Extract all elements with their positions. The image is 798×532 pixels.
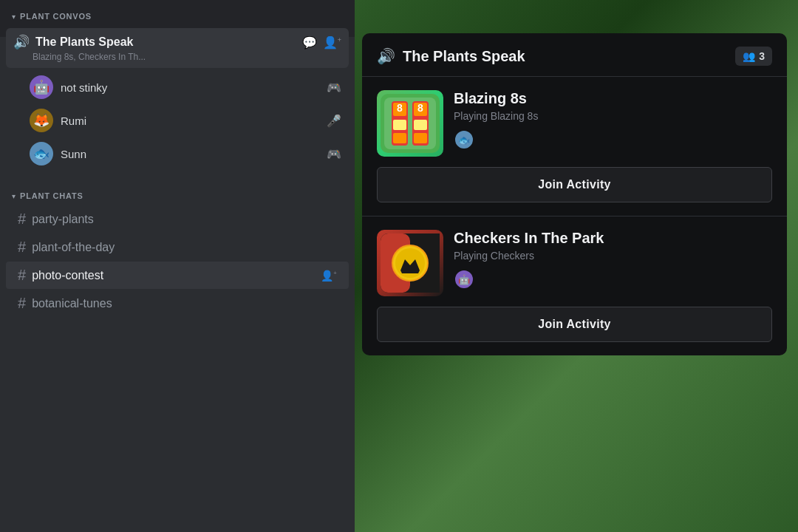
popup-header: 🔊 The Plants Speak 👥 3 xyxy=(362,33,787,77)
hash-icon-photo-contest: # xyxy=(18,267,26,284)
svg-text:8: 8 xyxy=(397,102,403,114)
mute-icon-rumi: 🎤 xyxy=(327,114,341,128)
sidebar: ▾ PLANT CONVOS 🔊 The Plants Speak 💬 👤+ B… xyxy=(0,0,355,532)
hash-icon-party-plants: # xyxy=(18,211,26,228)
svg-text:8: 8 xyxy=(417,102,423,114)
chevron-down-icon-chats: ▾ xyxy=(12,192,16,200)
blazing8s-game-name: Blazing 8s xyxy=(454,90,772,107)
speaker-icon: 🔊 xyxy=(13,34,30,50)
svg-rect-8 xyxy=(393,133,406,143)
chevron-down-icon: ▾ xyxy=(12,13,16,21)
hash-icon-botanical-tunes: # xyxy=(18,295,26,312)
channel-name-party-plants: party-plants xyxy=(32,213,337,226)
channel-name-plant-of-day: plant-of-the-day xyxy=(32,241,337,254)
svg-rect-6 xyxy=(393,120,406,130)
blazing8s-thumbnail: 8 8 xyxy=(377,90,443,157)
player-avatar-not-stinky: 🤖 xyxy=(454,269,474,290)
avatar-not-stinky: 🤖 xyxy=(30,75,53,99)
player-avatar-sunn: 🐟 xyxy=(454,129,474,150)
activity-info-blazing8s: 8 8 Blazing 8s Playing Blazing 8s 🐟 xyxy=(377,90,772,157)
gamepad-icon-sunn: 🎮 xyxy=(327,147,341,161)
svg-rect-9 xyxy=(414,133,427,143)
gamepad-icon-not-stinky: 🎮 xyxy=(327,81,341,95)
activity-card-blazing8s: 8 8 Blazing 8s Playing Blazing 8s 🐟 Join… xyxy=(362,77,787,216)
channel-plant-of-the-day[interactable]: # plant-of-the-day xyxy=(6,233,349,261)
chat-icon[interactable]: 💬 xyxy=(302,35,317,50)
channel-name-botanical-tunes: botanical-tunes xyxy=(32,297,337,310)
add-member-icon[interactable]: 👤+ xyxy=(323,35,341,50)
join-activity-checkers-button[interactable]: Join Activity xyxy=(377,307,772,342)
right-panel: 🔊 The Plants Speak 👥 3 xyxy=(355,0,798,532)
members-badge: 👥 3 xyxy=(735,47,772,66)
voice-member-rumi: 🦊 Rumi 🎤 xyxy=(6,104,349,137)
channel-party-plants[interactable]: # party-plants xyxy=(6,205,349,233)
voice-channel-subtitle: Blazing 8s, Checkers In Th... xyxy=(33,52,341,62)
svg-marker-18 xyxy=(400,270,420,273)
voice-channel-item[interactable]: 🔊 The Plants Speak 💬 👤+ Blazing 8s, Chec… xyxy=(6,28,349,68)
members-icon: 👥 xyxy=(743,50,755,62)
channel-botanical-tunes[interactable]: # botanical-tunes xyxy=(6,290,349,317)
join-activity-blazing8s-button[interactable]: Join Activity xyxy=(377,167,772,202)
hash-icon-plant-of-day: # xyxy=(18,239,26,256)
checkers-thumbnail xyxy=(377,230,443,296)
blazing8s-players: 🐟 xyxy=(454,129,772,150)
voice-member-sunn: 🐟 Sunn 🎮 xyxy=(6,137,349,170)
checkers-game-name: Checkers In The Park xyxy=(454,230,772,247)
add-user-icon-photo-contest[interactable]: 👤+ xyxy=(321,270,337,282)
member-count: 3 xyxy=(759,50,765,62)
svg-rect-7 xyxy=(414,120,427,130)
plant-chats-section-header[interactable]: ▾ PLANT CHATS xyxy=(0,180,355,205)
popup-title: The Plants Speak xyxy=(403,48,728,65)
avatar-rumi: 🦊 xyxy=(30,109,53,132)
voice-member-not-stinky: 🤖 not stinky 🎮 xyxy=(6,71,349,103)
avatar-sunn: 🐟 xyxy=(30,142,53,166)
activity-popup: 🔊 The Plants Speak 👥 3 xyxy=(362,33,787,355)
checkers-details: Checkers In The Park Playing Checkers 🤖 xyxy=(454,230,772,290)
checkers-players: 🤖 xyxy=(454,269,772,290)
channel-photo-contest[interactable]: # photo-contest 👤+ xyxy=(6,262,349,289)
checkers-status: Playing Checkers xyxy=(454,250,772,262)
plant-convos-section-header[interactable]: ▾ PLANT CONVOS xyxy=(0,0,355,25)
channel-name-photo-contest: photo-contest xyxy=(32,269,315,282)
blazing8s-details: Blazing 8s Playing Blazing 8s 🐟 xyxy=(454,90,772,150)
voice-channel-name: The Plants Speak xyxy=(35,35,296,49)
popup-speaker-icon: 🔊 xyxy=(377,47,395,65)
blazing8s-status: Playing Blazing 8s xyxy=(454,110,772,122)
activity-card-checkers: Checkers In The Park Playing Checkers 🤖 … xyxy=(362,216,787,355)
member-name-sunn: Sunn xyxy=(61,148,319,160)
plant-convos-label: PLANT CONVOS xyxy=(20,12,92,21)
activity-info-checkers: Checkers In The Park Playing Checkers 🤖 xyxy=(377,230,772,296)
member-name-rumi: Rumi xyxy=(61,115,319,127)
plant-chats-label: PLANT CHATS xyxy=(20,191,83,200)
member-name-not-stinky: not stinky xyxy=(61,81,319,94)
